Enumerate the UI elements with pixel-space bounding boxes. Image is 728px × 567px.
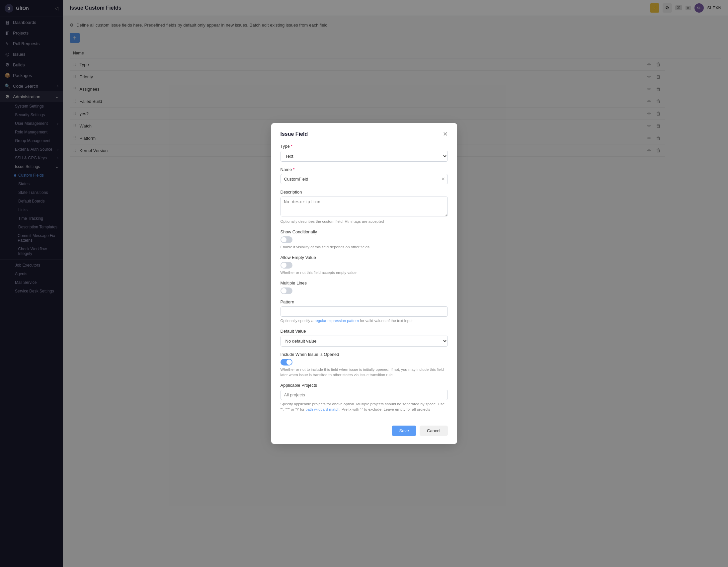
save-button[interactable]: Save xyxy=(392,426,416,436)
type-required-marker: * xyxy=(291,144,292,149)
name-input-wrapper: ✕ xyxy=(281,174,448,184)
cancel-button[interactable]: Cancel xyxy=(420,426,447,436)
default-value-select[interactable]: No default value xyxy=(281,336,448,347)
modal-title: Issue Field xyxy=(281,131,308,137)
toggle-slider xyxy=(281,262,292,269)
modal-close-button[interactable]: ✕ xyxy=(443,131,448,137)
toggle-slider xyxy=(281,359,292,365)
include-when-opened-label: Include When Issue is Opened xyxy=(281,352,448,357)
description-field: Description Optionally describes the cus… xyxy=(281,190,448,224)
include-when-opened-hint: Whether or not to include this field whe… xyxy=(281,367,448,377)
allow-empty-hint: Whether or not this field accepts empty … xyxy=(281,270,448,275)
description-textarea[interactable] xyxy=(281,197,448,216)
pattern-hint: Optionally specify a regular expression … xyxy=(281,318,448,323)
pattern-field: Pattern Optionally specify a regular exp… xyxy=(281,299,448,323)
name-label: Name * xyxy=(281,167,448,172)
show-conditionally-field: Show Conditionally Enable if visibility … xyxy=(281,229,448,250)
default-value-label: Default Value xyxy=(281,329,448,334)
pattern-label: Pattern xyxy=(281,299,448,304)
allow-empty-toggle[interactable] xyxy=(281,262,292,269)
allow-empty-toggle-wrapper xyxy=(281,262,448,269)
multiple-lines-toggle[interactable] xyxy=(281,287,292,294)
include-when-opened-toggle-wrapper xyxy=(281,359,448,365)
type-label: Type * xyxy=(281,144,448,149)
include-when-opened-field: Include When Issue is Opened Whether or … xyxy=(281,352,448,377)
name-required-marker: * xyxy=(293,167,294,172)
issue-field-modal: Issue Field ✕ Type * Text Number Boolean… xyxy=(271,123,457,444)
applicable-projects-field: Applicable Projects Specify applicable p… xyxy=(281,383,448,412)
type-select[interactable]: Text Number Boolean Enum Date User Build… xyxy=(281,151,448,162)
show-conditionally-toggle-wrapper xyxy=(281,236,448,243)
applicable-projects-input[interactable] xyxy=(281,390,448,400)
multiple-lines-label: Multiple Lines xyxy=(281,281,448,285)
show-conditionally-toggle[interactable] xyxy=(281,236,292,243)
pattern-input[interactable] xyxy=(281,306,448,317)
modal-footer: Save Cancel xyxy=(281,420,448,436)
applicable-projects-label: Applicable Projects xyxy=(281,383,448,388)
description-hint: Optionally describes the custom field. H… xyxy=(281,219,448,224)
allow-empty-field: Allow Empty Value Whether or not this fi… xyxy=(281,255,448,275)
description-label: Description xyxy=(281,190,448,195)
toggle-slider xyxy=(281,236,292,243)
applicable-projects-hint: Specify applicable projects for above op… xyxy=(281,401,448,412)
allow-empty-label: Allow Empty Value xyxy=(281,255,448,260)
name-field: Name * ✕ xyxy=(281,167,448,184)
path-wildcard-link[interactable]: path wildcard match xyxy=(305,407,339,411)
show-conditionally-hint: Enable if visibility of this field depen… xyxy=(281,244,448,250)
include-when-opened-toggle[interactable] xyxy=(281,359,292,365)
toggle-slider xyxy=(281,287,292,294)
type-field: Type * Text Number Boolean Enum Date Use… xyxy=(281,144,448,162)
pattern-link[interactable]: regular expression pattern xyxy=(314,319,359,323)
default-value-field: Default Value No default value xyxy=(281,329,448,347)
modal-header: Issue Field ✕ xyxy=(281,131,448,137)
name-clear-button[interactable]: ✕ xyxy=(441,176,445,182)
name-input[interactable] xyxy=(281,174,448,184)
show-conditionally-label: Show Conditionally xyxy=(281,229,448,234)
multiple-lines-toggle-wrapper xyxy=(281,287,448,294)
modal-overlay: Issue Field ✕ Type * Text Number Boolean… xyxy=(0,0,728,567)
multiple-lines-field: Multiple Lines xyxy=(281,281,448,294)
